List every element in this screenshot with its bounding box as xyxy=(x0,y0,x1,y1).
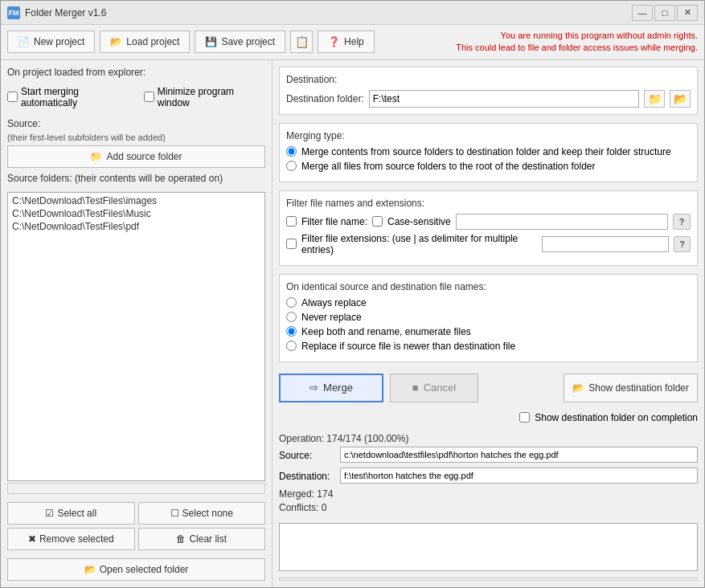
filter-ext-help-button[interactable]: ? xyxy=(674,236,691,252)
maximize-button[interactable]: □ xyxy=(654,5,675,21)
extra-icon: 📋 xyxy=(295,35,309,48)
close-button[interactable]: ✕ xyxy=(677,5,698,21)
conflicts-label: Conflicts: 0 xyxy=(279,502,698,513)
dest-op-row: Destination: xyxy=(279,468,698,486)
open-folder-icon: 📂 xyxy=(84,564,96,575)
log-hscrollbar[interactable] xyxy=(279,578,698,581)
keep-both-radio[interactable] xyxy=(286,326,297,337)
list-item[interactable]: C:\NetDownload\TestFiles\pdf xyxy=(10,220,263,233)
project-options-row: Start merging automatically Minimize pro… xyxy=(7,84,265,110)
title-controls: — □ ✕ xyxy=(632,5,698,21)
source-op-row: Source: xyxy=(279,447,698,465)
add-source-icon: 📁 xyxy=(90,151,102,162)
minimize-label[interactable]: Minimize program window xyxy=(144,86,265,108)
folder-list[interactable]: C:\NetDownload\TestFiles\images C:\NetDo… xyxy=(7,192,265,481)
select-none-icon: ☐ xyxy=(170,508,179,519)
load-project-icon: 📂 xyxy=(110,36,122,47)
add-source-button[interactable]: 📁 Add source folder xyxy=(7,145,265,168)
log-area[interactable] xyxy=(279,523,698,571)
show-destination-button[interactable]: 📂 Show destination folder xyxy=(564,374,698,402)
cancel-button[interactable]: ■ Cancel xyxy=(390,374,478,402)
merge-option2-row: Merge all files from source folders to t… xyxy=(286,161,691,172)
case-sensitive-label[interactable]: Case-sensitive xyxy=(387,216,451,227)
dest-op-label: Destination: xyxy=(279,471,335,482)
replace-newer-label[interactable]: Replace if source file is newer than des… xyxy=(301,341,515,352)
cancel-icon: ■ xyxy=(412,382,419,394)
open-selected-folder-button[interactable]: 📂 Open selected folder xyxy=(7,558,265,581)
case-sensitive-checkbox[interactable] xyxy=(372,216,383,227)
filter-name-input[interactable] xyxy=(456,214,668,230)
select-none-button[interactable]: ☐ Select none xyxy=(138,502,266,525)
folder-list-hscrollbar[interactable] xyxy=(7,483,265,494)
load-project-button[interactable]: 📂 Load project xyxy=(100,31,190,53)
admin-warning: You are running this program without adm… xyxy=(456,30,698,55)
source-section: Source: (their first-level subfolders wi… xyxy=(7,118,265,187)
browse-folder-button[interactable]: 📁 xyxy=(644,90,665,108)
merge-button[interactable]: ⇨ Merge xyxy=(279,374,383,402)
main-content: On project loaded from explorer: Start m… xyxy=(1,60,704,587)
never-replace-row: Never replace xyxy=(286,312,691,323)
filter-ext-row: Filter file extensions: (use | as delimi… xyxy=(286,233,691,255)
show-dest-completion-row: Show destination folder on completion xyxy=(279,412,698,423)
title-bar: FM Folder Merger v1.6 — □ ✕ xyxy=(1,1,704,25)
identical-header: On identical source and destination file… xyxy=(286,281,691,292)
filter-ext-label[interactable]: Filter file extensions: (use | as delimi… xyxy=(301,233,537,255)
merging-type-header: Merging type: xyxy=(286,130,691,141)
open-dest-button[interactable]: 📂 xyxy=(670,90,691,108)
help-icon: ❓ xyxy=(328,36,340,47)
replace-newer-row: Replace if source file is newer than des… xyxy=(286,341,691,352)
merge-icon: ⇨ xyxy=(309,382,318,394)
app-icon: FM xyxy=(7,6,20,19)
filter-ext-input[interactable] xyxy=(542,236,669,252)
always-replace-radio[interactable] xyxy=(286,297,297,308)
remove-selected-button[interactable]: ✖ Remove selected xyxy=(7,528,135,550)
browse-folder-icon: 📁 xyxy=(648,92,662,105)
folder-list-wrap: C:\NetDownload\TestFiles\images C:\NetDo… xyxy=(7,192,265,494)
always-replace-label[interactable]: Always replace xyxy=(301,297,367,308)
new-project-button[interactable]: 📄 New project xyxy=(7,31,95,53)
save-project-button[interactable]: 💾 Save project xyxy=(195,31,285,53)
merge-option2-radio[interactable] xyxy=(286,161,297,171)
filter-name-help-button[interactable]: ? xyxy=(673,214,691,230)
select-all-icon: ☑ xyxy=(45,508,54,519)
dest-op-input xyxy=(340,468,698,484)
destination-folder-input[interactable] xyxy=(369,90,639,108)
list-item[interactable]: C:\NetDownload\TestFiles\Music xyxy=(10,207,263,220)
toolbar: 📄 New project 📂 Load project 💾 Save proj… xyxy=(1,25,704,60)
destination-row: Destination folder: 📁 📂 xyxy=(286,90,691,108)
select-all-button[interactable]: ☑ Select all xyxy=(7,502,135,525)
new-project-icon: 📄 xyxy=(18,36,30,47)
minimize-button[interactable]: — xyxy=(632,5,653,21)
extra-button[interactable]: 📋 xyxy=(290,31,313,53)
start-merging-checkbox[interactable] xyxy=(7,92,18,102)
never-replace-radio[interactable] xyxy=(286,312,297,322)
add-source-hint: (their first-level subfolders will be ad… xyxy=(7,133,265,142)
show-dest-completion-label[interactable]: Show destination folder on completion xyxy=(535,412,698,423)
keep-both-label[interactable]: Keep both and rename, enumerate files xyxy=(301,326,471,337)
bottom-buttons: ☑ Select all ☐ Select none ✖ Remove sele… xyxy=(7,502,265,550)
source-op-input xyxy=(340,447,698,463)
replace-newer-radio[interactable] xyxy=(286,341,297,351)
operation-label: Operation: 174/174 (100.00%) xyxy=(279,433,698,444)
help-button[interactable]: ❓ Help xyxy=(318,31,375,53)
merging-type-section: Merging type: Merge contents from source… xyxy=(279,123,698,182)
never-replace-label[interactable]: Never replace xyxy=(301,312,362,323)
start-merging-label[interactable]: Start merging automatically xyxy=(7,86,134,108)
merge-option2-label[interactable]: Merge all files from source folders to t… xyxy=(301,161,596,172)
merge-option1-row: Merge contents from source folders to de… xyxy=(286,146,691,157)
minimize-checkbox[interactable] xyxy=(144,92,154,102)
always-replace-row: Always replace xyxy=(286,297,691,308)
clear-list-button[interactable]: 🗑 Clear list xyxy=(138,528,266,550)
show-dest-completion-checkbox[interactable] xyxy=(519,412,530,423)
merge-option1-label[interactable]: Merge contents from source folders to de… xyxy=(301,146,671,157)
list-item[interactable]: C:\NetDownload\TestFiles\images xyxy=(10,194,263,207)
filter-name-label[interactable]: Filter file name: xyxy=(301,216,367,227)
keep-both-row: Keep both and rename, enumerate files xyxy=(286,326,691,337)
filter-name-row: Filter file name: Case-sensitive ? xyxy=(286,214,691,230)
action-row: ⇨ Merge ■ Cancel 📂 Show destination fold… xyxy=(279,374,698,402)
filter-ext-checkbox[interactable] xyxy=(286,239,297,249)
operation-section: Operation: 174/174 (100.00%) Source: Des… xyxy=(279,433,698,516)
destination-section: Destination: Destination folder: 📁 📂 xyxy=(279,67,698,115)
merge-option1-radio[interactable] xyxy=(286,146,297,157)
filter-name-checkbox[interactable] xyxy=(286,216,297,227)
